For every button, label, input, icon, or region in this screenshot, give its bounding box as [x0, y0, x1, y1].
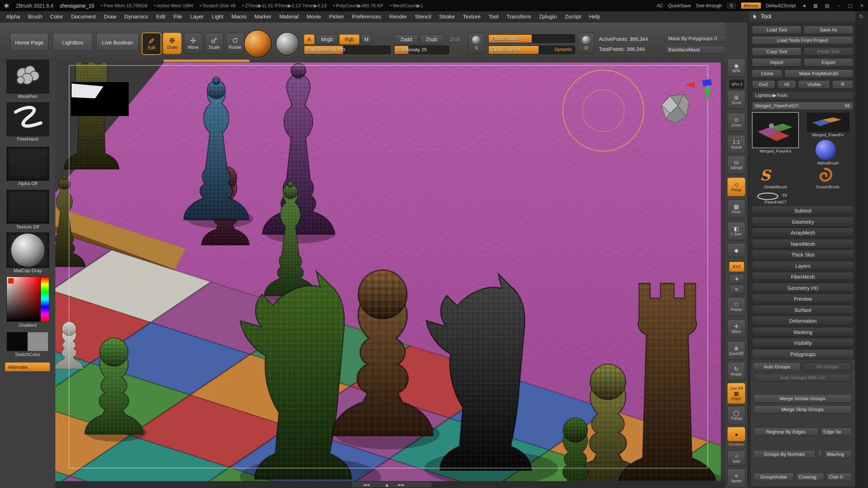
merge-similar-groups-button[interactable]: Merge Similar Groups: [753, 394, 852, 403]
section-masking[interactable]: Masking: [752, 327, 854, 337]
solo-button[interactable]: ○ Solo: [727, 450, 745, 466]
menu-document[interactable]: Document: [67, 11, 99, 22]
bpr-button[interactable]: ◉ BPR: [727, 59, 745, 77]
goz-r-button[interactable]: R: [832, 80, 853, 89]
move-canvas-button[interactable]: ✛ Move: [727, 319, 745, 338]
menu-zscript[interactable]: Zscript: [561, 11, 585, 22]
section-nanomesh[interactable]: NanoMesh: [752, 239, 854, 249]
frame-button[interactable]: □ Frame: [727, 297, 745, 316]
max-angle-slider[interactable]: MaxAng: [824, 450, 852, 458]
rgb-intensity-slider[interactable]: Rgb Intensity 100: [304, 46, 391, 54]
menu-brush[interactable]: Brush: [24, 11, 46, 22]
see-through-slider[interactable]: 0: [727, 3, 736, 9]
clone-button[interactable]: Clone: [752, 69, 782, 78]
export-button[interactable]: Export: [804, 58, 853, 67]
section-arraymesh[interactable]: ArrayMesh: [752, 228, 854, 237]
zcut-button[interactable]: Zcut: [446, 34, 464, 44]
mrgb-button[interactable]: Mrgb: [316, 34, 338, 44]
section-geometry[interactable]: Geometry: [752, 217, 854, 227]
auto-groups-button[interactable]: Auto Groups: [753, 363, 800, 371]
perspective-button[interactable]: ◇ Persp: [727, 177, 745, 196]
menu-help[interactable]: Help: [585, 11, 604, 22]
transparency-button[interactable]: ◯ Transp: [727, 406, 745, 425]
live-boolean-button[interactable]: Live Boolean: [96, 33, 139, 51]
draw-button[interactable]: Draw: [163, 33, 182, 54]
floor-grid-button[interactable]: ▦ Floor: [727, 200, 745, 218]
goz-all-button[interactable]: All: [777, 80, 796, 89]
menu-macro[interactable]: Macro: [227, 11, 251, 22]
current-alpha-thumbnail[interactable]: [7, 147, 49, 181]
current-material-well[interactable]: [276, 32, 299, 56]
backface-mask-button[interactable]: BackfaceMask: [665, 46, 728, 54]
main-color-swatch[interactable]: [7, 332, 27, 351]
aahalf-button[interactable]: ½ AAHalf: [727, 155, 745, 174]
zoom-button[interactable]: ⊙ Zoom: [727, 113, 745, 132]
maximize-icon[interactable]: ▢: [847, 3, 854, 8]
canvas-vscroll[interactable]: [721, 63, 725, 488]
current-brush-thumbnail[interactable]: [7, 60, 49, 94]
menu-tool[interactable]: Tool: [485, 11, 503, 22]
rgb-button[interactable]: Rgb: [339, 34, 359, 44]
menu-transform[interactable]: Transform: [502, 11, 535, 22]
scale-button[interactable]: Scale: [205, 33, 224, 54]
lightbox-tools-bar[interactable]: Lightbox▶Tools: [752, 91, 853, 99]
layout-grid-icon[interactable]: ▦: [812, 3, 819, 8]
menu-movie[interactable]: Movie: [302, 11, 325, 22]
uv-groups-button[interactable]: Uv Groups: [803, 363, 852, 371]
zsub-button[interactable]: Zsub: [420, 34, 443, 44]
current-tool-slot[interactable]: Merged_PawnFelt27. 56: [752, 102, 853, 110]
draw-size-slider[interactable]: Draw Size 64 Dynamic: [488, 46, 575, 54]
import-button[interactable]: Import: [752, 58, 801, 67]
section-preview[interactable]: Preview: [752, 294, 854, 304]
dynamic-mode-label[interactable]: Dynamic: [554, 46, 572, 53]
minimize-icon[interactable]: –: [835, 3, 842, 8]
section-subtool[interactable]: Subtool: [752, 206, 854, 215]
edit-button[interactable]: Edit: [142, 33, 161, 55]
quicksave-button[interactable]: QuickSave: [668, 3, 691, 8]
pawnfelt-thumbnail[interactable]: [756, 192, 779, 201]
menu-color[interactable]: Color: [46, 11, 67, 22]
menu-texture[interactable]: Texture: [459, 11, 485, 22]
menu-picker[interactable]: Picker: [325, 11, 348, 22]
current-brush-well[interactable]: [244, 30, 272, 58]
focal-shift-slider[interactable]: Focal Shift 0: [488, 34, 575, 43]
menu-render[interactable]: Render: [385, 11, 411, 22]
menu-stencil[interactable]: Stencil: [411, 11, 435, 22]
load-tools-from-project-button[interactable]: Load Tools From Project: [752, 36, 853, 44]
section-fibermesh[interactable]: FiberMesh: [752, 272, 854, 282]
scroll-right-icon[interactable]: ►►: [398, 482, 405, 487]
current-texture-thumbnail[interactable]: [7, 190, 49, 224]
menu-stroke[interactable]: Stroke: [435, 11, 459, 22]
coverage-slider[interactable]: Coverag: [796, 473, 824, 481]
menu-dynamics[interactable]: Dynamics: [120, 11, 152, 22]
section-polygroups[interactable]: Polygroups: [752, 349, 854, 359]
menu-edit[interactable]: Edit: [152, 11, 170, 22]
xyz-symmetry-button[interactable]: XYZ: [729, 262, 744, 272]
local-symmetry-button[interactable]: ◧ L.Sym: [727, 222, 745, 240]
menu-marker[interactable]: Marker: [250, 11, 275, 22]
default-zscript-button[interactable]: DefaultZScript: [766, 3, 796, 8]
simplebrush-thumbnail[interactable]: S: [760, 167, 777, 184]
back-icon[interactable]: ◄: [801, 3, 807, 8]
zadd-button[interactable]: Zadd: [394, 34, 418, 44]
alternate-button[interactable]: Alternate: [5, 363, 50, 371]
viewport[interactable]: ◄◄ ▲ ►►: [55, 63, 725, 488]
section-thick-skin[interactable]: Thick Skin: [752, 250, 854, 260]
spix-slider[interactable]: SPix 3: [729, 80, 744, 89]
ghost-dynamic-button[interactable]: ●: [727, 427, 745, 441]
regroup-by-edges-button[interactable]: Regroup By Edges: [753, 428, 818, 436]
menu-zplugin[interactable]: Zplugin: [535, 11, 561, 22]
sym-x-button[interactable]: ◈: [729, 274, 744, 283]
menus-button[interactable]: Menus: [741, 3, 761, 9]
groups-by-normals-dot[interactable]: [818, 450, 822, 458]
menu-draw[interactable]: Draw: [100, 11, 120, 22]
scroll-up-icon[interactable]: ▲: [385, 482, 389, 487]
menu-file[interactable]: File: [170, 11, 186, 22]
menu-alpha[interactable]: Alpha: [2, 11, 24, 22]
layout-panels-icon[interactable]: ▤: [824, 3, 830, 8]
lightbox-button[interactable]: LightBox: [53, 33, 93, 51]
close-icon[interactable]: ✕: [859, 3, 865, 8]
hue-strip[interactable]: [41, 277, 49, 321]
mask-by-polygroups-button[interactable]: Mask By Polygroups 0: [665, 34, 728, 43]
zoom3d-button[interactable]: ⊕ Zoom3D: [727, 341, 745, 360]
